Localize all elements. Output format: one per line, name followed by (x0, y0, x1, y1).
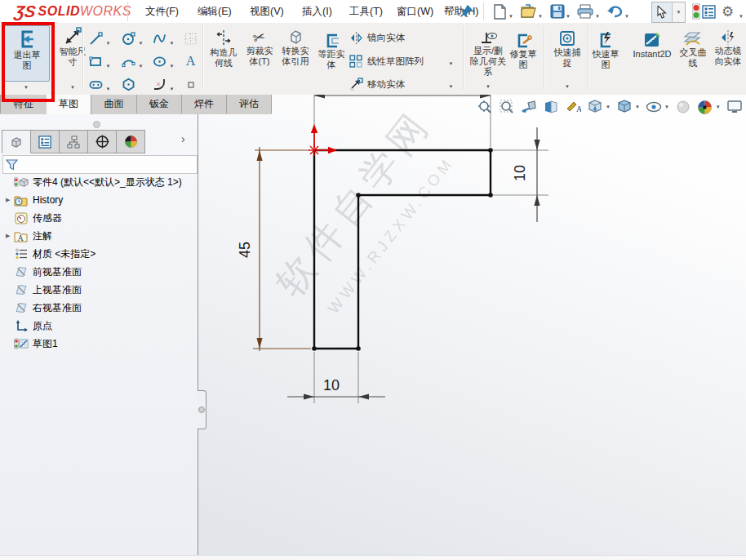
circle-tool-dropdown[interactable]: ▼ (137, 32, 144, 47)
zoom-to-fit-icon[interactable] (477, 99, 493, 115)
print-button[interactable] (576, 3, 593, 20)
circle-tool-button[interactable] (122, 32, 135, 46)
trim-entities-button[interactable]: ✂ 剪裁实体(T) (242, 29, 277, 67)
intersection-curve-button[interactable]: 交叉曲线 (677, 29, 708, 69)
view-orientation-dropdown[interactable]: ▼ (606, 104, 611, 109)
hide-show-items-icon[interactable] (646, 99, 662, 115)
select-tool[interactable]: ▼ (651, 2, 686, 23)
smart-dimension-dropdown[interactable]: ▼ (55, 82, 91, 93)
smart-dimension-button[interactable]: 智能尺寸 (55, 27, 91, 79)
line-tool-button[interactable] (89, 32, 103, 46)
graphics-viewport[interactable]: 软件自学网 WWW.RJZXW.COM 40 10 (198, 95, 746, 555)
quick-snaps-button[interactable]: 快速捕捉 (550, 29, 584, 69)
toolbar-overflow-dropdown[interactable]: ▼ (738, 9, 744, 20)
instant2d-button[interactable]: Instant2D (627, 31, 677, 60)
open-document-dropdown[interactable]: ▼ (537, 9, 544, 20)
rectangle-tool-button[interactable] (89, 55, 103, 69)
tab-evaluate[interactable]: 评估 (227, 95, 272, 113)
tree-item-material[interactable]: 材质 <未指定> (0, 245, 196, 263)
point-tool-button[interactable] (184, 78, 198, 91)
zoom-to-area-icon[interactable] (499, 99, 515, 115)
select-tool-dropdown[interactable]: ▼ (673, 2, 685, 22)
construction-geometry-button[interactable]: 构造几何线 (206, 29, 242, 69)
propertymanager-tab[interactable] (31, 130, 60, 153)
new-document-button[interactable] (491, 3, 508, 20)
configurationmanager-tab[interactable] (60, 130, 88, 153)
spline-tool-button[interactable] (153, 32, 167, 46)
rectangle-tool-dropdown[interactable]: ▼ (104, 55, 112, 70)
tree-filter-box[interactable] (2, 155, 198, 174)
fillet-tool-button[interactable] (153, 78, 167, 91)
expand-arrow-icon[interactable]: ▶ (6, 233, 14, 239)
view-annotations-icon[interactable]: A (565, 99, 581, 115)
panel-resize-handle[interactable] (93, 121, 100, 128)
panel-splitter-handle[interactable] (198, 390, 206, 429)
save-button[interactable] (548, 3, 566, 20)
arc-tool-dropdown[interactable]: ▼ (137, 55, 144, 70)
view-orientation-icon[interactable] (587, 99, 603, 115)
dynamic-mirror-button[interactable]: 动态镜向实体 (710, 29, 746, 67)
options-list-button[interactable] (700, 3, 717, 20)
tree-item-top-plane[interactable]: 上视基准面 (0, 281, 196, 299)
menu-edit[interactable]: 编辑(E) (194, 5, 235, 19)
tab-weldments[interactable]: 焊件 (182, 95, 227, 113)
display-style-dropdown[interactable]: ▼ (635, 104, 640, 109)
spline-tool-dropdown[interactable]: ▼ (168, 32, 175, 47)
ellipse-tool-dropdown[interactable]: ▼ (168, 55, 175, 70)
polygon-tool-button[interactable] (122, 78, 135, 91)
menu-insert[interactable]: 插入(I) (299, 5, 335, 19)
settings-gear-icon[interactable]: ⚙ (719, 3, 736, 20)
quick-sketch-button[interactable]: 快速草图 (590, 31, 621, 70)
save-dropdown[interactable]: ▼ (565, 9, 571, 20)
text-tool-button[interactable]: A (184, 53, 198, 67)
view-settings-icon[interactable] (726, 99, 743, 115)
print-dropdown[interactable]: ▼ (594, 9, 601, 20)
mirror-entities-button[interactable]: 镜向实体 (349, 32, 405, 44)
line-tool-dropdown[interactable]: ▼ (104, 32, 112, 47)
tree-item-sensors[interactable]: 传感器 (0, 209, 196, 227)
move-entities-button[interactable]: 移动实体 (349, 78, 405, 91)
repair-sketch-button[interactable]: 修复草图 (508, 33, 539, 70)
previous-view-icon[interactable] (521, 99, 537, 115)
tab-sketch[interactable]: 草图 (47, 95, 91, 114)
arc-tool-button[interactable] (122, 55, 135, 69)
menu-tools[interactable]: 工具(T) (346, 5, 386, 19)
apply-scene-dropdown[interactable]: ▼ (716, 104, 721, 109)
dimension-top[interactable]: 40 (314, 95, 491, 99)
panel-tabs-overflow-chevron[interactable]: › (181, 132, 185, 145)
tab-features[interactable]: 特征 (0, 95, 47, 113)
tree-item-front-plane[interactable]: 前视基准面 (0, 263, 196, 281)
section-view-icon[interactable] (543, 99, 559, 115)
display-delete-relations-button[interactable]: 显示/删除几何关系 (468, 29, 508, 78)
hide-show-items-dropdown[interactable]: ▼ (664, 104, 669, 109)
undo-dropdown[interactable]: ▼ (624, 9, 630, 20)
offset-entities-button[interactable]: 等距实体 (315, 33, 348, 70)
move-entities-dropdown[interactable]: ▼ (447, 75, 455, 91)
exit-sketch-dropdown[interactable]: ▼ (4, 82, 48, 93)
menu-window[interactable]: 窗口(W) (393, 5, 437, 19)
displaymanager-tab[interactable] (117, 130, 145, 153)
menu-file[interactable]: 文件(F) (142, 5, 182, 19)
ellipse-tool-button[interactable] (153, 55, 167, 69)
tree-item-right-plane[interactable]: 右视基准面 (0, 299, 196, 317)
undo-button[interactable] (606, 3, 623, 20)
tab-surfaces[interactable]: 曲面 (91, 95, 137, 113)
tree-item-origin[interactable]: 原点 (0, 317, 196, 335)
open-document-button[interactable] (519, 3, 536, 20)
tree-item-annotations[interactable]: ▶ A 注解 (0, 227, 196, 245)
tree-root-part[interactable]: 零件4 (默认<<默认>_显示状态 1>) (0, 173, 196, 191)
featuremanager-tree-tab[interactable] (2, 130, 31, 153)
expand-arrow-icon[interactable]: ▶ (6, 197, 14, 203)
slot-tool-button[interactable] (89, 78, 103, 91)
slot-tool-dropdown[interactable]: ▼ (104, 78, 112, 93)
quick-snaps-dropdown[interactable]: ▼ (550, 81, 584, 92)
linear-pattern-dropdown[interactable]: ▼ (447, 52, 455, 68)
menu-view[interactable]: 视图(V) (246, 5, 287, 19)
dimension-bottom[interactable]: 10 (287, 377, 385, 400)
convert-entities-button[interactable]: 转换实体引用 (278, 29, 313, 67)
tree-item-history[interactable]: ▶ History (0, 191, 196, 209)
tab-sheet-metal[interactable]: 钣金 (137, 95, 182, 113)
pin-menu-icon[interactable] (460, 4, 473, 21)
fillet-tool-dropdown[interactable]: ▼ (168, 78, 175, 93)
select-cursor-icon[interactable] (652, 2, 673, 22)
